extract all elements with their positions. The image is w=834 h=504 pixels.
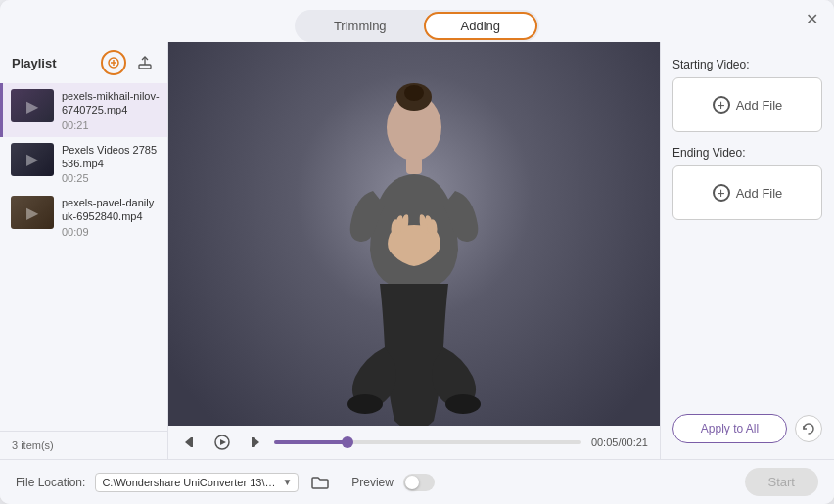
item-duration: 00:25 bbox=[62, 172, 160, 184]
toggle-knob bbox=[405, 476, 419, 489]
item-duration: 00:09 bbox=[62, 226, 160, 238]
item-name: Pexels Videos 2785536.mp4 bbox=[62, 143, 160, 171]
playlist-items: ▶ pexels-mikhail-nilov-6740725.mp4 00:21… bbox=[0, 83, 167, 431]
apply-row: Apply to All bbox=[672, 414, 822, 443]
playlist-header: Playlist bbox=[0, 50, 167, 83]
add-file-icon-2: + bbox=[713, 184, 730, 202]
bottom-bar: File Location: C:\Wondershare UniConvert… bbox=[0, 459, 834, 504]
progress-thumb[interactable] bbox=[342, 436, 353, 448]
thumb-figure: ▶ bbox=[11, 143, 54, 176]
list-item[interactable]: ▶ pexels-mikhail-nilov-6740725.mp4 00:21 bbox=[0, 83, 167, 137]
item-info: pexels-pavel-danilyuk-6952840.mp4 00:09 bbox=[62, 196, 160, 238]
add-file-label-2: Add File bbox=[736, 186, 783, 201]
playlist-actions bbox=[101, 50, 158, 75]
item-count: 3 item(s) bbox=[12, 439, 54, 451]
svg-rect-16 bbox=[252, 437, 254, 447]
fast-forward-button[interactable] bbox=[243, 432, 264, 453]
main-content: Playlist bbox=[0, 42, 834, 459]
add-item-button[interactable] bbox=[101, 50, 126, 75]
item-info: Pexels Videos 2785536.mp4 00:25 bbox=[62, 143, 160, 185]
thumbnail: ▶ bbox=[11, 143, 54, 176]
file-location-label: File Location: bbox=[16, 476, 85, 489]
svg-rect-12 bbox=[191, 437, 193, 447]
svg-point-7 bbox=[404, 85, 424, 101]
chevron-down-icon: ▼ bbox=[282, 477, 292, 487]
tab-trimming[interactable]: Trimming bbox=[297, 12, 424, 40]
item-name: pexels-pavel-danilyuk-6952840.mp4 bbox=[62, 196, 160, 224]
thumbnail: ▶ bbox=[11, 196, 54, 229]
item-info: pexels-mikhail-nilov-6740725.mp4 00:21 bbox=[62, 89, 160, 131]
browse-folder-button[interactable] bbox=[308, 471, 332, 494]
starting-video-section: Starting Video: + Add File bbox=[672, 58, 822, 132]
video-controls: 00:05/00:21 bbox=[168, 426, 660, 459]
start-button[interactable]: Start bbox=[745, 468, 818, 496]
tab-group: Trimming Adding bbox=[295, 10, 539, 42]
item-duration: 00:21 bbox=[62, 119, 160, 131]
play-button[interactable] bbox=[211, 432, 233, 453]
svg-marker-15 bbox=[254, 437, 259, 447]
right-panel: Starting Video: + Add File Ending Video:… bbox=[660, 42, 834, 459]
starting-video-label: Starting Video: bbox=[672, 58, 822, 71]
progress-fill bbox=[274, 440, 345, 444]
svg-marker-11 bbox=[185, 437, 191, 447]
sidebar: Playlist bbox=[0, 42, 168, 459]
spacer bbox=[672, 234, 822, 400]
close-button[interactable]: ✕ bbox=[803, 10, 820, 27]
list-item[interactable]: ▶ pexels-pavel-danilyuk-6952840.mp4 00:0… bbox=[0, 190, 167, 244]
export-button[interactable] bbox=[132, 50, 158, 75]
video-area: 00:05/00:21 bbox=[168, 42, 660, 459]
file-path-selector[interactable]: C:\Wondershare UniConverter 13\Intro-Out… bbox=[95, 473, 299, 492]
progress-bar[interactable] bbox=[274, 440, 581, 444]
tab-adding[interactable]: Adding bbox=[424, 12, 537, 40]
time-display: 00:05/00:21 bbox=[591, 436, 648, 448]
add-file-label-1: Add File bbox=[736, 98, 783, 113]
playlist-title: Playlist bbox=[12, 56, 57, 70]
svg-marker-14 bbox=[220, 439, 226, 445]
item-name: pexels-mikhail-nilov-6740725.mp4 bbox=[62, 89, 160, 117]
preview-label: Preview bbox=[351, 476, 394, 489]
ending-video-section: Ending Video: + Add File bbox=[672, 146, 822, 220]
add-file-icon: + bbox=[713, 96, 730, 114]
title-bar: Trimming Adding ✕ bbox=[0, 0, 834, 42]
apply-to-all-button[interactable]: Apply to All bbox=[672, 414, 787, 443]
add-starting-file-button[interactable]: + Add File bbox=[672, 77, 822, 132]
svg-point-10 bbox=[445, 394, 481, 414]
add-ending-file-button[interactable]: + Add File bbox=[672, 165, 822, 220]
app-window: Trimming Adding ✕ Playlist bbox=[0, 0, 834, 504]
video-player bbox=[168, 42, 660, 426]
preview-toggle[interactable] bbox=[403, 474, 435, 491]
file-path-text: C:\Wondershare UniConverter 13\Intro-Out… bbox=[102, 477, 278, 488]
sidebar-footer: 3 item(s) bbox=[0, 431, 167, 459]
refresh-button[interactable] bbox=[795, 415, 822, 442]
video-content bbox=[306, 73, 522, 426]
svg-rect-8 bbox=[406, 157, 422, 174]
thumbnail: ▶ bbox=[11, 89, 54, 122]
thumb-figure: ▶ bbox=[11, 89, 54, 122]
rewind-button[interactable] bbox=[180, 432, 202, 453]
svg-point-9 bbox=[348, 394, 383, 414]
ending-video-label: Ending Video: bbox=[672, 146, 822, 160]
thumb-figure: ▶ bbox=[11, 196, 54, 229]
svg-rect-3 bbox=[139, 65, 151, 69]
list-item[interactable]: ▶ Pexels Videos 2785536.mp4 00:25 bbox=[0, 137, 167, 191]
